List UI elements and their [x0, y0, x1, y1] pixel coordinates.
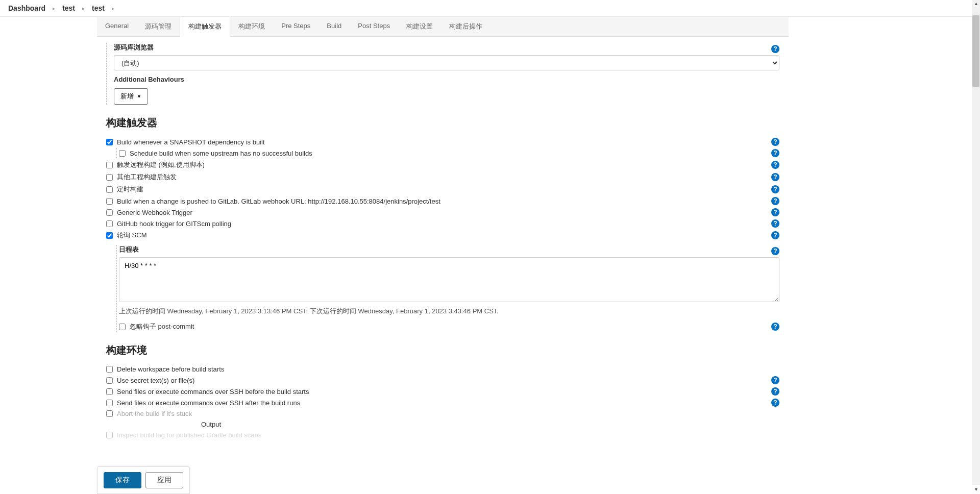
tab-build-settings[interactable]: 构建设置	[398, 17, 441, 36]
scrollbar-track[interactable]	[972, 0, 980, 482]
ignore-post-commit-label[interactable]: 忽略钩子 post-commit	[130, 322, 194, 331]
schedule-textarea[interactable]	[119, 257, 779, 302]
help-icon[interactable]: ?	[771, 45, 779, 53]
help-icon[interactable]: ?	[771, 247, 779, 255]
save-button[interactable]: 保存	[104, 472, 141, 482]
breadcrumb-test1[interactable]: test	[62, 4, 75, 12]
env-section-title: 构建环境	[106, 343, 779, 357]
tab-build-triggers[interactable]: 构建触发器	[180, 17, 230, 37]
env-output-label[interactable]: Output	[201, 421, 221, 428]
trigger-snapshot-label[interactable]: Build whenever a SNAPSHOT dependency is …	[117, 138, 265, 146]
env-secret-text-checkbox[interactable]	[106, 377, 113, 384]
trigger-gitlab-label[interactable]: Build when a change is pushed to GitLab.…	[117, 197, 440, 205]
page-wrapper: General 源码管理 构建触发器 构建环境 Pre Steps Build …	[97, 17, 789, 482]
tab-pre-steps[interactable]: Pre Steps	[273, 17, 318, 36]
tab-post-steps[interactable]: Post Steps	[350, 17, 398, 36]
env-secret-text-label[interactable]: Use secret text(s) or file(s)	[117, 377, 194, 384]
help-icon[interactable]: ?	[771, 376, 779, 384]
trigger-poll-scm-label[interactable]: 轮询 SCM	[117, 231, 147, 240]
env-ssh-after-checkbox[interactable]	[106, 400, 113, 406]
help-icon[interactable]: ?	[771, 208, 779, 216]
env-abort-stuck-checkbox[interactable]	[106, 410, 113, 417]
env-gradle-scans-label[interactable]: Inspect build log for published Gradle b…	[117, 431, 261, 439]
tab-bar: General 源码管理 构建触发器 构建环境 Pre Steps Build …	[97, 17, 789, 37]
trigger-remote-checkbox[interactable]	[106, 162, 113, 168]
help-icon[interactable]: ?	[771, 399, 779, 407]
help-icon[interactable]: ?	[771, 173, 779, 181]
trigger-timed-label[interactable]: 定时构建	[117, 185, 143, 194]
trigger-snapshot-checkbox[interactable]	[106, 139, 113, 145]
trigger-generic-webhook-label[interactable]: Generic Webhook Trigger	[117, 209, 192, 216]
ignore-post-commit-checkbox[interactable]	[119, 324, 126, 330]
breadcrumb: Dashboard ▸ test ▸ test ▸	[0, 0, 980, 17]
caret-down-icon: ▼	[137, 94, 141, 99]
trigger-upstream-schedule-label[interactable]: Schedule build when some upstream has no…	[130, 150, 312, 157]
tab-scm[interactable]: 源码管理	[137, 17, 180, 36]
env-ssh-after-label[interactable]: Send files or execute commands over SSH …	[117, 399, 300, 407]
trigger-upstream-schedule-checkbox[interactable]	[119, 150, 126, 157]
scm-browser-label: 源码库浏览器	[114, 43, 154, 52]
trigger-other-build-label[interactable]: 其他工程构建后触发	[117, 172, 177, 182]
trigger-gitlab-checkbox[interactable]	[106, 198, 113, 205]
help-icon[interactable]: ?	[771, 149, 779, 157]
env-gradle-scans-checkbox[interactable]	[106, 432, 113, 438]
help-icon[interactable]: ?	[771, 231, 779, 239]
schedule-label: 日程表	[119, 245, 139, 254]
tab-post-build[interactable]: 构建后操作	[441, 17, 491, 36]
chevron-right-icon: ▸	[82, 6, 85, 11]
trigger-github-hook-checkbox[interactable]	[106, 220, 113, 227]
scroll-up-icon[interactable]: ▲	[974, 1, 978, 6]
trigger-remote-label[interactable]: 触发远程构建 (例如,使用脚本)	[117, 160, 205, 169]
trigger-generic-webhook-checkbox[interactable]	[106, 209, 113, 216]
add-behaviour-button[interactable]: 新增 ▼	[114, 88, 148, 105]
tab-build-env[interactable]: 构建环境	[230, 17, 273, 36]
schedule-hint: 上次运行的时间 Wednesday, February 1, 2023 3:13…	[119, 307, 779, 316]
env-delete-workspace-checkbox[interactable]	[106, 366, 113, 373]
content: 源码库浏览器 ? (自动) Additional Behaviours 新增 ▼…	[97, 37, 789, 482]
trigger-timed-checkbox[interactable]	[106, 186, 113, 193]
env-ssh-before-label[interactable]: Send files or execute commands over SSH …	[117, 388, 309, 396]
help-icon[interactable]: ?	[771, 185, 779, 193]
apply-button[interactable]: 应用	[145, 472, 183, 482]
env-ssh-before-checkbox[interactable]	[106, 388, 113, 395]
tab-general[interactable]: General	[97, 17, 137, 36]
help-icon[interactable]: ?	[771, 323, 779, 331]
scm-browser-select[interactable]: (自动)	[114, 55, 779, 70]
help-icon[interactable]: ?	[771, 197, 779, 205]
trigger-poll-scm-checkbox[interactable]	[106, 232, 113, 239]
add-behaviour-label: 新增	[120, 92, 134, 101]
help-icon[interactable]: ?	[771, 387, 779, 396]
help-icon[interactable]: ?	[771, 219, 779, 228]
tab-build[interactable]: Build	[318, 17, 350, 36]
additional-behaviours-label: Additional Behaviours	[114, 76, 779, 83]
triggers-section-title: 构建触发器	[106, 116, 779, 130]
chevron-right-icon: ▸	[112, 6, 114, 11]
env-abort-stuck-label[interactable]: Abort the build if it's stuck	[117, 410, 192, 417]
breadcrumb-dashboard[interactable]: Dashboard	[8, 4, 45, 12]
chevron-right-icon: ▸	[53, 6, 55, 11]
env-delete-workspace-label[interactable]: Delete workspace before build starts	[117, 365, 224, 373]
help-icon[interactable]: ?	[771, 138, 779, 146]
footer-bar: 保存 应用	[97, 466, 190, 482]
trigger-other-build-checkbox[interactable]	[106, 174, 113, 181]
breadcrumb-test2[interactable]: test	[92, 4, 105, 12]
help-icon[interactable]: ?	[771, 161, 779, 169]
scrollbar-thumb[interactable]	[972, 15, 979, 87]
trigger-github-hook-label[interactable]: GitHub hook trigger for GITScm polling	[117, 220, 231, 228]
